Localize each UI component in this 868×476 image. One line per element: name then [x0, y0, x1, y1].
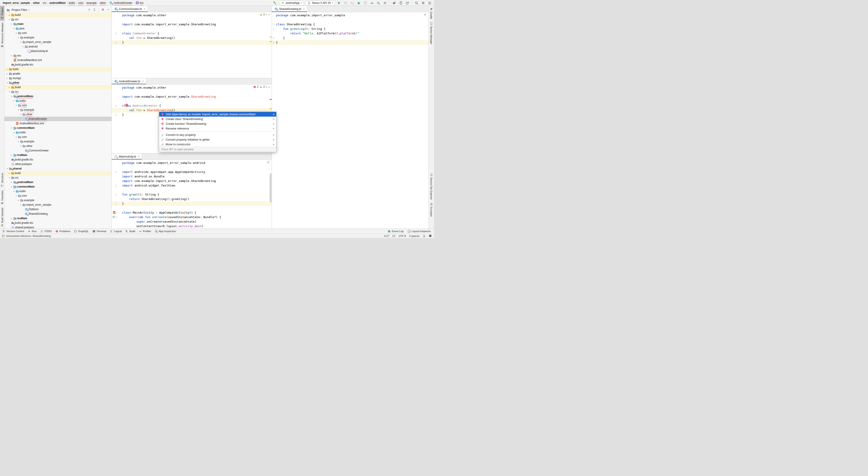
tool-window-button-version-control[interactable]: Version Control	[2, 230, 24, 233]
apply-changes-button[interactable]	[343, 0, 348, 5]
fold-marker-icon[interactable]: ⋁	[115, 103, 117, 108]
tree-chevron[interactable]: ▾	[6, 168, 8, 170]
tree-row-SharedGreeting[interactable]: CSharedGreeting	[4, 212, 112, 216]
tool-window-button-logcat[interactable]: Logcat	[110, 230, 122, 233]
fold-marker-icon[interactable]: ⋁	[115, 192, 117, 197]
tree-chevron[interactable]: ▸	[6, 73, 8, 75]
tool-window-button-gradle[interactable]: Gradle	[429, 6, 434, 21]
tool-window-button-event-log[interactable]: 1Event Log	[388, 230, 403, 233]
tree-row-gradle[interactable]: ▸gradle	[4, 71, 112, 76]
tool-window-button-project[interactable]: Project	[0, 6, 4, 21]
tree-chevron[interactable]: ▸	[10, 181, 13, 183]
error-stripe-mark[interactable]	[270, 108, 272, 109]
project-view-selector[interactable]: Project Files	[11, 8, 27, 11]
override-gutter[interactable]	[112, 216, 115, 219]
tree-chevron[interactable]: ▾	[22, 46, 24, 48]
fold-marker-icon[interactable]: ⋀	[115, 201, 117, 206]
menu-item-create-function-sharedgreeting-[interactable]: Create function 'SharedGreeting'▸	[159, 121, 276, 126]
tree-chevron[interactable]: ▾	[19, 204, 22, 206]
tree-chevron[interactable]: ▾	[12, 28, 16, 30]
tree-row-commonMain[interactable]: ▾commonMain	[4, 126, 112, 130]
menu-item-convert-property-initializer-to-getter[interactable]: Convert property initializer to getter▸	[159, 137, 276, 142]
tree-row-iosMain[interactable]: ▸iosMain	[4, 153, 112, 157]
tool-window-button-profiler[interactable]: Profiler	[139, 230, 151, 233]
tool-window-button-device-file-explorer[interactable]: Device File Explorer	[429, 172, 434, 201]
stop-button[interactable]	[382, 0, 388, 5]
tree-row-kotlin[interactable]: ▾kotlin	[4, 189, 112, 193]
tree-chevron[interactable]: ▾	[12, 131, 16, 134]
tree-row-androidMain[interactable]: ▾androidMain	[4, 94, 112, 99]
breadcrumb-item-import_error_sample[interactable]: import_error_sample	[2, 1, 30, 5]
inspection-widget[interactable]: 2∧∨	[259, 13, 270, 16]
tree-chevron[interactable]: ▸	[10, 217, 13, 219]
tool-window-button-problems[interactable]: Problems	[55, 230, 70, 233]
tree-row-build[interactable]: ▸build	[4, 13, 112, 17]
fold-marker-icon[interactable]: ⋁	[115, 170, 117, 174]
tree-chevron[interactable]: ▸	[8, 14, 11, 16]
search-everywhere-button[interactable]	[414, 0, 419, 5]
tree-row-AndroidGreeter[interactable]: CAndroidGreeter	[4, 117, 112, 121]
tool-window-button-build[interactable]: Build	[125, 230, 135, 233]
tool-window-button-device-manager[interactable]: Device Manager	[429, 21, 434, 46]
run-config-combo[interactable]: androidApp▾	[279, 0, 304, 5]
apply-code-changes-button[interactable]	[350, 0, 355, 5]
tab-SharedGreeting.kt[interactable]: CSharedGreeting.kt×	[272, 6, 307, 12]
tree-row-main[interactable]: ▾main	[4, 22, 112, 26]
tree-row-example[interactable]: ▾example	[4, 35, 112, 40]
editor-scrollbar[interactable]	[270, 173, 272, 202]
tree-chevron[interactable]: ▾	[8, 19, 11, 21]
tree-row-build[interactable]: ▸build	[4, 67, 112, 71]
status-item[interactable]: 4 spaces	[409, 234, 420, 237]
tree-chevron[interactable]: ▾	[12, 190, 16, 192]
tool-window-button-emulator[interactable]: Emulator	[429, 201, 434, 218]
tool-window-button-layout-inspector[interactable]: Layout Inspector	[408, 230, 431, 233]
make-project-button[interactable]	[273, 0, 278, 5]
tree-chevron[interactable]: ▸	[10, 154, 13, 156]
tree-row-AndroidManifest.xml[interactable]: <>AndroidManifest.xml	[4, 58, 112, 62]
next-error-icon[interactable]: ∨	[268, 86, 270, 88]
device-combo[interactable]: Nexus 5 API 25▾	[305, 0, 335, 5]
tree-chevron[interactable]: ▾	[12, 100, 16, 102]
breadcrumb-item-example[interactable]: example	[86, 1, 97, 5]
tool-window-button-app-inspection[interactable]: App Inspection	[155, 230, 176, 233]
tree-row-example[interactable]: ▾example	[4, 198, 112, 202]
prev-error-icon[interactable]: ∧	[266, 13, 267, 16]
tree-row-src[interactable]: ▾src	[4, 176, 112, 180]
gear-button[interactable]	[101, 8, 104, 12]
tool-window-button-structure[interactable]: Structure	[0, 171, 4, 189]
fold-marker-icon[interactable]: ⋀	[115, 113, 117, 117]
lock-open-button[interactable]	[423, 234, 426, 238]
breadcrumb-item-androidMain[interactable]: androidMain	[49, 1, 66, 5]
tree-row-src[interactable]: ▾src	[4, 90, 112, 94]
tree-chevron[interactable]: ▾	[17, 109, 20, 111]
sdk-manager-button[interactable]	[405, 0, 410, 5]
tree-row-android[interactable]: ▾android	[4, 44, 112, 49]
tree-row-import_error_sample[interactable]: ▾import_error_sample	[4, 202, 112, 207]
status-item[interactable]: UTF-8	[399, 234, 406, 237]
tree-row-other[interactable]: ▾other	[4, 81, 112, 85]
run-button[interactable]	[337, 0, 342, 5]
tree-chevron[interactable]: ▸	[8, 172, 11, 174]
tree-chevron[interactable]: ▸	[6, 68, 8, 70]
tree-row-com[interactable]: ▾com	[4, 31, 112, 35]
inspection-widget[interactable]	[267, 160, 270, 164]
tree-row-other.podspec[interactable]: other.podspec	[4, 162, 112, 166]
device-manager-button[interactable]	[398, 0, 403, 5]
error-indicator-icon[interactable]: !	[125, 104, 128, 107]
tree-row-other[interactable]: ▾other	[4, 112, 112, 117]
breadcrumb-item-other[interactable]: other	[99, 1, 106, 5]
close-icon[interactable]: ×	[303, 7, 305, 11]
tree-row-import_error_sample[interactable]: ▾import_error_sample	[4, 40, 112, 44]
tree-row-src[interactable]: ▾src	[4, 17, 112, 22]
tree-row-com[interactable]: ▾com	[4, 103, 112, 107]
tree-row-com[interactable]: ▾com	[4, 135, 112, 139]
tab-MainActivity.kt[interactable]: MainActivity.kt×	[112, 154, 142, 160]
tree-chevron[interactable]: ▾	[17, 37, 20, 39]
tree-chevron[interactable]: ▸	[8, 86, 11, 88]
tree-chevron[interactable]: ▾	[15, 195, 18, 197]
tool-window-button-run[interactable]: Run	[28, 230, 37, 233]
next-error-icon[interactable]: ∨	[268, 13, 270, 16]
menu-item-convert-to-lazy-property[interactable]: Convert to lazy property▸	[159, 132, 276, 137]
tree-chevron[interactable]: ▾	[15, 32, 18, 34]
fold-marker-icon[interactable]: ⋁	[115, 31, 117, 36]
